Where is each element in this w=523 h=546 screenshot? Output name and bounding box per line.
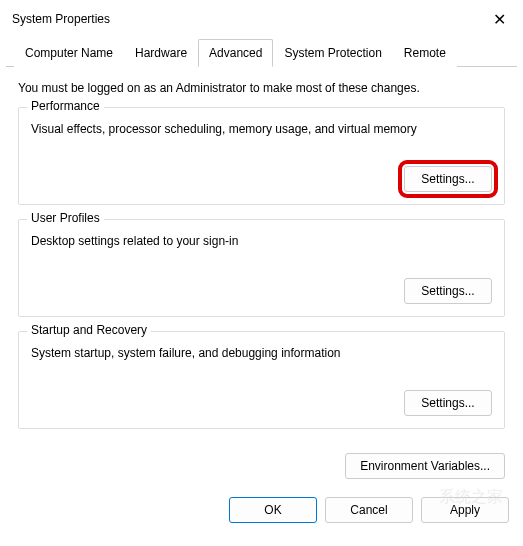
user-profiles-group: User Profiles Desktop settings related t… [18,219,505,317]
tab-system-protection[interactable]: System Protection [273,39,392,67]
performance-desc: Visual effects, processor scheduling, me… [31,122,492,136]
performance-settings-button[interactable]: Settings... [404,166,492,192]
admin-note: You must be logged on as an Administrato… [18,81,505,95]
environment-variables-button[interactable]: Environment Variables... [345,453,505,479]
startup-recovery-desc: System startup, system failure, and debu… [31,346,492,360]
tab-strip: Computer Name Hardware Advanced System P… [6,38,517,67]
user-profiles-settings-button[interactable]: Settings... [404,278,492,304]
tab-hardware[interactable]: Hardware [124,39,198,67]
startup-recovery-group: Startup and Recovery System startup, sys… [18,331,505,429]
apply-button[interactable]: Apply [421,497,509,523]
cancel-button[interactable]: Cancel [325,497,413,523]
performance-group: Performance Visual effects, processor sc… [18,107,505,205]
close-icon[interactable]: ✕ [487,10,511,29]
user-profiles-title: User Profiles [27,211,104,225]
startup-recovery-settings-button[interactable]: Settings... [404,390,492,416]
ok-button[interactable]: OK [229,497,317,523]
performance-title: Performance [27,99,104,113]
tab-remote[interactable]: Remote [393,39,457,67]
tab-computer-name[interactable]: Computer Name [14,39,124,67]
user-profiles-desc: Desktop settings related to your sign-in [31,234,492,248]
startup-recovery-title: Startup and Recovery [27,323,151,337]
tab-advanced[interactable]: Advanced [198,39,273,67]
window-title: System Properties [12,12,110,26]
